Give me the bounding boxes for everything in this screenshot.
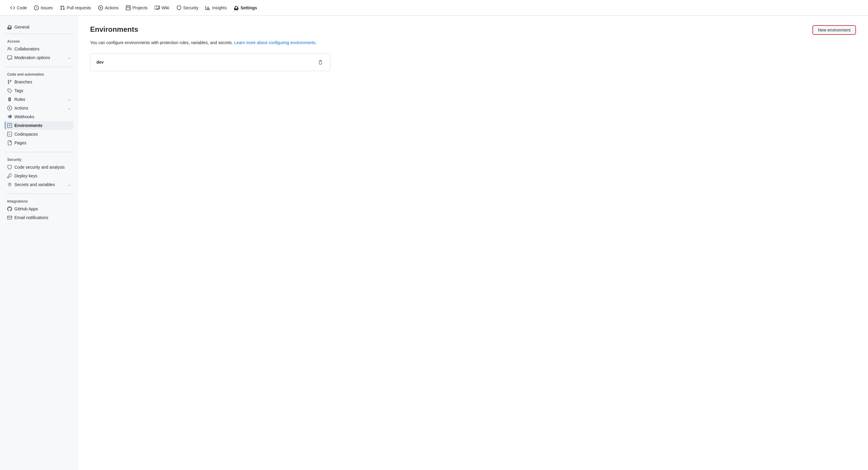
sidebar-item-pages[interactable]: Pages — [5, 139, 73, 147]
main-header: Environments New environment — [90, 25, 856, 35]
nav-item-projects[interactable]: Projects — [123, 4, 151, 12]
insights-icon — [206, 5, 210, 10]
nav-item-security[interactable]: Security — [174, 4, 202, 12]
sidebar-item-collaborators[interactable]: Collaborators — [5, 45, 73, 53]
description-text: You can configure environments with prot… — [90, 40, 856, 46]
sidebar-item-tags[interactable]: Tags — [5, 87, 73, 95]
key-icon — [7, 173, 12, 178]
nav-item-insights[interactable]: Insights — [203, 4, 229, 12]
sidebar-item-webhooks[interactable]: Webhooks — [5, 112, 73, 121]
sidebar-item-rules[interactable]: Rules ⌄ — [5, 95, 73, 104]
sidebar-section-integrations: Integrations GitHub Apps — [5, 198, 73, 222]
nav-label-security: Security — [183, 5, 198, 10]
projects-icon — [126, 5, 131, 10]
sidebar-section-automation: Code and automation Branches — [5, 70, 73, 147]
codespaces-icon — [7, 132, 12, 137]
sidebar-moderation-label: Moderation options — [14, 55, 50, 60]
nav-label-issues: Issues — [40, 5, 53, 10]
sidebar-tags-label: Tags — [14, 88, 24, 93]
wiki-icon — [155, 5, 159, 10]
new-environment-button[interactable]: New environment — [812, 25, 856, 35]
sidebar-label-integrations: Integrations — [5, 198, 73, 205]
actions-nav-icon — [98, 5, 103, 10]
sidebar-divider-1 — [5, 34, 73, 34]
nav-label-settings: Settings — [241, 5, 257, 10]
nav-label-actions: Actions — [105, 5, 119, 10]
rules-icon — [7, 97, 12, 102]
settings-nav-icon — [234, 5, 239, 10]
sidebar-environments-label: Environments — [14, 123, 42, 128]
pages-icon — [7, 140, 12, 145]
sidebar-code-security-label: Code security and analysis — [14, 165, 65, 170]
sidebar-secrets-label: Secrets and variables — [14, 182, 55, 187]
chevron-down-icon-actions: ⌄ — [68, 106, 71, 110]
main-content: Environments New environment You can con… — [78, 15, 868, 470]
sidebar-codespaces-label: Codespaces — [14, 132, 38, 137]
nav-item-wiki[interactable]: Wiki — [152, 4, 172, 12]
comment-icon — [7, 55, 12, 60]
sidebar-item-email-notifications[interactable]: Email notifications — [5, 213, 73, 222]
branch-icon — [7, 79, 12, 84]
secret-icon — [7, 182, 12, 187]
sidebar-item-deploy-keys[interactable]: Deploy keys — [5, 172, 73, 180]
code-icon — [10, 5, 15, 10]
description-link[interactable]: Learn more about configuring environment… — [234, 40, 317, 45]
chevron-down-icon-secrets: ⌄ — [68, 182, 71, 187]
sidebar-branches-label: Branches — [14, 79, 32, 84]
sidebar-item-actions[interactable]: Actions ⌄ — [5, 104, 73, 112]
nav-item-issues[interactable]: Issues — [31, 4, 56, 12]
actions-sidebar-icon — [7, 106, 12, 110]
sidebar-github-apps-label: GitHub Apps — [14, 206, 38, 211]
sidebar-actions-label: Actions — [14, 106, 28, 110]
sidebar-section-security: Security Code security and analysis — [5, 156, 73, 189]
environments-icon — [7, 123, 12, 128]
security-nav-icon — [177, 5, 181, 10]
sidebar-divider-2 — [5, 67, 73, 67]
sidebar-item-codespaces[interactable]: Codespaces — [5, 130, 73, 138]
sidebar-email-notifications-label: Email notifications — [14, 215, 49, 220]
sidebar-label-security: Security — [5, 156, 73, 163]
delete-env-icon[interactable] — [317, 58, 324, 66]
nav-label-projects: Projects — [132, 5, 148, 10]
sidebar-item-environments[interactable]: Environments — [5, 121, 73, 130]
sidebar-divider-3 — [5, 152, 73, 152]
sidebar-rules-label: Rules — [14, 97, 25, 102]
nav-label-code: Code — [17, 5, 27, 10]
sidebar-divider-4 — [5, 194, 73, 194]
chevron-down-icon: ⌄ — [68, 56, 71, 60]
nav-label-wiki: Wiki — [161, 5, 169, 10]
people-icon — [7, 46, 12, 51]
sidebar-section-access: Access Collaborators — [5, 37, 73, 62]
page-layout: General Access Collaborators — [0, 15, 868, 470]
sidebar-label-automation: Code and automation — [5, 70, 73, 78]
sidebar-item-secrets[interactable]: Secrets and variables ⌄ — [5, 180, 73, 189]
sidebar-item-general[interactable]: General — [5, 23, 73, 31]
gear-icon — [7, 25, 12, 29]
sidebar-item-moderation[interactable]: Moderation options ⌄ — [5, 54, 73, 62]
sidebar-item-branches[interactable]: Branches — [5, 78, 73, 86]
apps-icon — [7, 206, 12, 211]
tag-icon — [7, 88, 12, 93]
pr-icon — [60, 5, 65, 10]
environment-card-dev: dev — [90, 53, 330, 71]
webhook-icon — [7, 114, 12, 119]
shield-icon — [7, 165, 12, 170]
mail-icon — [7, 215, 12, 220]
sidebar-collaborators-label: Collaborators — [14, 46, 39, 51]
sidebar-webhooks-label: Webhooks — [14, 114, 34, 119]
sidebar-deploy-keys-label: Deploy keys — [14, 173, 37, 178]
nav-item-actions[interactable]: Actions — [95, 4, 122, 12]
env-name: dev — [96, 60, 104, 65]
nav-label-pr: Pull requests — [67, 5, 91, 10]
sidebar-label-access: Access — [5, 37, 73, 45]
sidebar-item-code-security[interactable]: Code security and analysis — [5, 163, 73, 171]
sidebar-general-label: General — [14, 25, 29, 29]
nav-item-pullrequests[interactable]: Pull requests — [57, 4, 94, 12]
issues-icon — [34, 5, 39, 10]
description-static: You can configure environments with prot… — [90, 40, 233, 45]
page-title: Environments — [90, 25, 138, 34]
nav-item-code[interactable]: Code — [7, 4, 30, 12]
nav-item-settings[interactable]: Settings — [231, 4, 260, 12]
top-nav: Code Issues Pull requests — [0, 0, 868, 15]
sidebar-item-github-apps[interactable]: GitHub Apps — [5, 205, 73, 213]
